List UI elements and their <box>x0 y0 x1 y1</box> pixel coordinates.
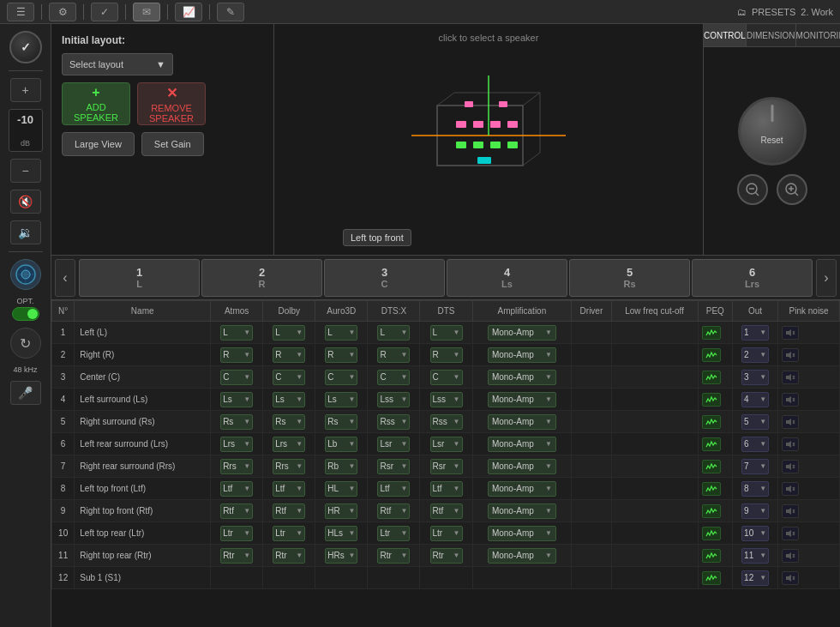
select-dropdown[interactable]: HRs▼ <box>325 548 357 564</box>
amp-dropdown[interactable]: Mono-Amp▼ <box>488 325 556 341</box>
mute-button[interactable] <box>782 415 799 429</box>
select-dropdown[interactable]: L▼ <box>325 325 357 341</box>
amp-dropdown[interactable]: Mono-Amp▼ <box>488 548 556 564</box>
amp-dropdown[interactable]: Mono-Amp▼ <box>488 459 556 474</box>
mute-button[interactable]: 🔇 <box>10 190 41 214</box>
zoom-out-button[interactable] <box>737 174 768 205</box>
select-dropdown[interactable]: L▼ <box>273 325 305 341</box>
peq-button[interactable] <box>702 571 721 585</box>
zoom-in-button[interactable] <box>777 174 807 205</box>
select-dropdown[interactable]: Ltf▼ <box>273 481 305 497</box>
select-dropdown[interactable]: Rtf▼ <box>273 503 305 519</box>
select-dropdown[interactable]: Rs▼ <box>220 414 253 430</box>
select-dropdown[interactable]: L▼ <box>220 325 253 341</box>
amp-dropdown[interactable]: Mono-Amp▼ <box>488 503 556 519</box>
select-dropdown[interactable]: C▼ <box>220 370 253 385</box>
mute-button[interactable] <box>782 549 799 563</box>
select-dropdown[interactable]: Rs▼ <box>273 414 305 430</box>
select-dropdown[interactable]: Rtr▼ <box>377 548 410 564</box>
select-dropdown[interactable]: Lss▼ <box>377 392 410 407</box>
out-dropdown[interactable]: 11▼ <box>741 548 769 564</box>
mute-button[interactable] <box>782 348 799 362</box>
amp-dropdown[interactable]: Mono-Amp▼ <box>488 526 556 541</box>
out-dropdown[interactable]: 7▼ <box>741 459 769 474</box>
select-dropdown[interactable]: HR▼ <box>325 503 357 519</box>
select-dropdown[interactable]: R▼ <box>220 347 253 363</box>
amp-dropdown[interactable]: Mono-Amp▼ <box>488 370 556 385</box>
amp-dropdown[interactable]: Mono-Amp▼ <box>488 414 556 430</box>
sidebar-logo[interactable]: ✓ <box>9 31 42 63</box>
select-dropdown[interactable]: Lsr▼ <box>377 437 410 452</box>
peq-button[interactable] <box>702 348 721 362</box>
main-knob[interactable]: Reset <box>738 97 807 166</box>
out-dropdown[interactable]: 12▼ <box>741 570 769 586</box>
mute-button[interactable] <box>782 326 799 340</box>
pencil-button[interactable]: ✎ <box>217 3 244 21</box>
select-dropdown[interactable]: R▼ <box>377 347 410 363</box>
out-dropdown[interactable]: 1▼ <box>741 325 769 341</box>
select-dropdown[interactable]: Rsr▼ <box>430 459 463 474</box>
out-dropdown[interactable]: 10▼ <box>741 526 769 541</box>
mute-button[interactable] <box>782 393 799 407</box>
select-dropdown[interactable]: R▼ <box>430 347 463 363</box>
set-gain-button[interactable]: Set Gain <box>141 132 204 156</box>
remove-speaker-button[interactable]: ✕ REMOVESPEAKER <box>137 82 206 125</box>
channel-next-button[interactable]: › <box>816 259 837 297</box>
peq-button[interactable] <box>702 504 721 518</box>
select-dropdown[interactable]: Lb▼ <box>325 437 357 452</box>
peq-button[interactable] <box>702 527 721 540</box>
select-dropdown[interactable]: Lsr▼ <box>430 437 463 452</box>
add-speaker-button[interactable]: + ADDSPEAKER <box>62 82 130 125</box>
mute-button[interactable] <box>782 571 799 585</box>
select-dropdown[interactable]: Rss▼ <box>377 414 410 430</box>
out-dropdown[interactable]: 2▼ <box>741 347 769 363</box>
peq-button[interactable] <box>702 437 721 451</box>
out-dropdown[interactable]: 5▼ <box>741 414 769 430</box>
mute-button[interactable] <box>782 504 799 518</box>
tab-dimension[interactable]: DIMENSION <box>747 24 796 46</box>
peq-button[interactable] <box>702 549 721 563</box>
tab-control[interactable]: CONTROL <box>704 24 747 46</box>
select-dropdown[interactable]: Lrs▼ <box>220 437 253 452</box>
opt-toggle[interactable] <box>12 307 39 321</box>
speaker-3d-view[interactable] <box>403 71 574 208</box>
channel-tab-5[interactable]: 5 Rs <box>569 259 690 297</box>
select-dropdown[interactable]: Lss▼ <box>430 392 463 407</box>
select-dropdown[interactable]: Rtf▼ <box>430 503 463 519</box>
select-dropdown[interactable]: Rtr▼ <box>273 548 305 564</box>
minus-button[interactable]: − <box>10 159 41 183</box>
menu-button[interactable]: ☰ <box>7 3 34 21</box>
select-dropdown[interactable]: Rb▼ <box>325 459 357 474</box>
select-dropdown[interactable]: Ls▼ <box>273 392 305 407</box>
amp-dropdown[interactable]: Mono-Amp▼ <box>488 481 556 497</box>
select-dropdown[interactable]: C▼ <box>377 370 410 385</box>
select-dropdown[interactable]: L▼ <box>377 325 410 341</box>
tab-monitoring[interactable]: MONITORING <box>796 24 840 46</box>
mute-button[interactable] <box>782 482 799 496</box>
channel-tab-2[interactable]: 2 R <box>201 259 322 297</box>
amp-dropdown[interactable]: Mono-Amp▼ <box>488 347 556 363</box>
peq-button[interactable] <box>702 460 721 473</box>
select-dropdown[interactable]: Ltr▼ <box>377 526 410 541</box>
select-dropdown[interactable]: Rsr▼ <box>377 459 410 474</box>
out-dropdown[interactable]: 4▼ <box>741 392 769 407</box>
select-dropdown[interactable]: Ltf▼ <box>430 481 463 497</box>
select-dropdown[interactable]: Rrs▼ <box>273 459 305 474</box>
amp-dropdown[interactable]: Mono-Amp▼ <box>488 392 556 407</box>
select-dropdown[interactable]: Ls▼ <box>220 392 253 407</box>
select-dropdown[interactable]: C▼ <box>430 370 463 385</box>
out-dropdown[interactable]: 8▼ <box>741 481 769 497</box>
settings-button[interactable]: ⚙ <box>49 3 76 21</box>
channel-tab-3[interactable]: 3 C <box>324 259 445 297</box>
peq-button[interactable] <box>702 482 721 496</box>
select-dropdown[interactable]: Ltr▼ <box>273 526 305 541</box>
channel-tab-1[interactable]: 1 L <box>79 259 200 297</box>
select-dropdown[interactable]: Rtf▼ <box>220 503 253 519</box>
chart-button[interactable]: 📈 <box>175 3 202 21</box>
mute-button[interactable] <box>782 437 799 451</box>
select-dropdown[interactable]: HL▼ <box>325 481 357 497</box>
select-dropdown[interactable]: Ltf▼ <box>220 481 253 497</box>
select-dropdown[interactable]: R▼ <box>325 347 357 363</box>
select-layout-dropdown[interactable]: Select layout ▼ <box>62 53 173 75</box>
select-dropdown[interactable]: R▼ <box>273 347 305 363</box>
